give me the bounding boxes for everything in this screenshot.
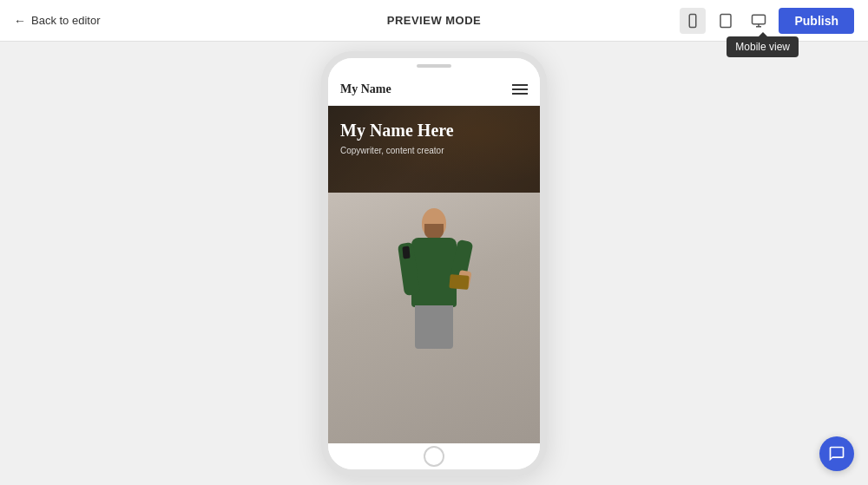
tablet-view-button[interactable] (713, 8, 739, 34)
publish-button[interactable]: Publish (779, 8, 854, 34)
svg-rect-4 (753, 15, 766, 24)
person-body (411, 238, 457, 307)
person-book (449, 274, 469, 290)
topbar-right-controls: Publish (680, 8, 854, 34)
site-logo: My Name (340, 82, 391, 96)
phone-screen: My Name My Name Here Copywriter, content… (328, 74, 540, 443)
svg-rect-2 (720, 14, 731, 27)
phone-bottom-bar (328, 443, 540, 469)
back-to-editor-button[interactable]: ← Back to editor (14, 14, 101, 28)
preview-mode-label: PREVIEW MODE (387, 14, 482, 27)
person-legs (415, 305, 453, 349)
hamburger-menu-icon[interactable] (512, 84, 528, 95)
mobile-view-button[interactable] (680, 8, 706, 34)
phone-mockup: My Name My Name Here Copywriter, content… (321, 51, 547, 476)
back-label: Back to editor (31, 14, 101, 27)
hero-subtitle: Copywriter, content creator (340, 146, 528, 155)
person-section (328, 193, 540, 443)
chat-support-button[interactable] (819, 436, 854, 471)
site-nav: My Name (328, 74, 540, 106)
hero-section: My Name Here Copywriter, content creator (328, 106, 540, 193)
back-arrow-icon: ← (14, 14, 26, 28)
chat-icon (828, 445, 845, 462)
hero-text: My Name Here Copywriter, content creator (328, 106, 540, 164)
phone-speaker (417, 64, 451, 68)
svg-rect-0 (690, 14, 697, 27)
phone-home-button[interactable] (424, 446, 444, 467)
desktop-view-button[interactable] (746, 8, 772, 34)
person-phone-prop (402, 246, 410, 259)
mobile-view-tooltip: Mobile view (727, 36, 799, 57)
hamburger-line-1 (512, 84, 528, 86)
person-figure (328, 193, 540, 443)
phone-top-bar (328, 58, 540, 74)
hamburger-line-3 (512, 93, 528, 95)
hamburger-line-2 (512, 88, 528, 90)
hero-title: My Name Here (340, 120, 528, 141)
preview-canvas: My Name My Name Here Copywriter, content… (0, 42, 868, 485)
topbar: ← Back to editor PREVIEW MODE (0, 0, 868, 42)
